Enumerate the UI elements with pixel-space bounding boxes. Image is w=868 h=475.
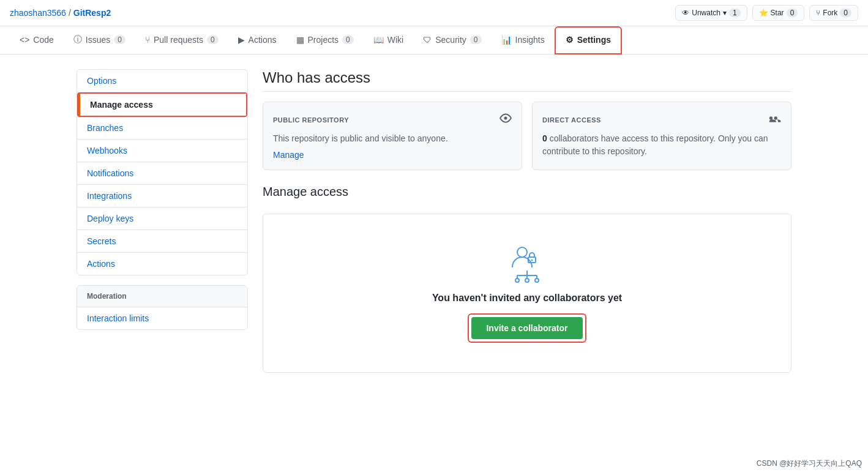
direct-access-card-header: DIRECT ACCESS xyxy=(542,112,781,127)
tab-wiki[interactable]: 📖 Wiki xyxy=(364,28,413,53)
tab-pull-requests[interactable]: ⑂ Pull requests 0 xyxy=(135,28,228,53)
sidebar-moderation-section: Moderation Interaction limits xyxy=(77,285,248,330)
public-repo-description: This repository is public and visible to… xyxy=(273,132,512,145)
manage-access-title: Manage access xyxy=(263,185,791,204)
manage-access-box: You haven't invited any collaborators ye… xyxy=(263,214,791,373)
svg-point-8 xyxy=(515,279,519,282)
svg-point-0 xyxy=(517,247,527,257)
collab-icon xyxy=(507,244,547,283)
sidebar-item-integrations[interactable]: Integrations xyxy=(77,185,247,208)
tab-projects[interactable]: ▦ Projects 0 xyxy=(286,28,364,53)
sidebar-item-interaction-limits[interactable]: Interaction limits xyxy=(77,307,247,329)
tab-issues[interactable]: ⓘ Issues 0 xyxy=(64,27,135,54)
sidebar-item-options[interactable]: Options xyxy=(77,70,247,92)
public-repo-card: PUBLIC REPOSITORY This repository is pub… xyxy=(263,102,522,170)
sidebar-item-notifications[interactable]: Notifications xyxy=(77,162,247,185)
star-icon: ⭐ xyxy=(759,9,768,17)
star-button[interactable]: ⭐ Star 0 xyxy=(752,5,805,21)
access-cards-row: PUBLIC REPOSITORY This repository is pub… xyxy=(263,102,791,170)
manage-access-section: Manage access xyxy=(263,185,791,373)
manage-link[interactable]: Manage xyxy=(273,150,512,160)
repo-breadcrumb: zhaoshan3566 / GitResp2 xyxy=(10,8,111,18)
wiki-icon: 📖 xyxy=(373,35,384,45)
actions-icon: ▶ xyxy=(238,35,245,45)
top-bar-actions: 👁 Unwatch ▾ 1 ⭐ Star 0 ⑂ Fork 0 xyxy=(675,5,858,21)
fork-icon: ⑂ xyxy=(816,9,820,17)
sidebar-main-section: Options Manage access Branches Webhooks … xyxy=(77,69,248,275)
settings-icon: ⚙ xyxy=(566,35,574,45)
who-has-access-title: Who has access xyxy=(263,69,791,92)
direct-access-description: 0 collaborators have access to this repo… xyxy=(542,132,781,158)
settings-tab-highlight: ⚙ Settings xyxy=(555,26,622,54)
public-repo-label: PUBLIC REPOSITORY xyxy=(273,116,349,124)
issues-icon: ⓘ xyxy=(73,34,82,45)
unwatch-button[interactable]: 👁 Unwatch ▾ 1 xyxy=(675,5,747,21)
svg-point-9 xyxy=(525,279,529,282)
security-icon: 🛡 xyxy=(423,35,432,45)
tab-insights[interactable]: 📊 Insights xyxy=(492,28,555,53)
sidebar-item-deploy-keys[interactable]: Deploy keys xyxy=(77,208,247,230)
invite-btn-wrapper: Invite a collaborator xyxy=(468,313,586,343)
eye-icon: 👁 xyxy=(682,9,689,17)
sidebar-item-manage-access[interactable]: Manage access xyxy=(78,94,246,116)
tab-settings[interactable]: ⚙ Settings xyxy=(556,28,621,53)
main-content: Who has access PUBLIC REPOSITORY This re… xyxy=(263,69,791,373)
repo-name-link[interactable]: GitResp2 xyxy=(73,8,111,18)
eye-icon xyxy=(499,112,512,127)
repo-owner-link[interactable]: zhaoshan3566 xyxy=(10,8,66,18)
sidebar-moderation-header: Moderation xyxy=(77,286,247,307)
tab-security[interactable]: 🛡 Security 0 xyxy=(413,28,491,53)
sidebar: Options Manage access Branches Webhooks … xyxy=(77,69,248,373)
people-icon xyxy=(768,112,781,127)
public-repo-card-header: PUBLIC REPOSITORY xyxy=(273,112,512,127)
sidebar-item-branches[interactable]: Branches xyxy=(77,117,247,140)
sidebar-item-secrets[interactable]: Secrets xyxy=(77,230,247,253)
manage-access-highlight: Manage access xyxy=(77,92,247,117)
tab-actions[interactable]: ▶ Actions xyxy=(228,28,286,53)
insights-icon: 📊 xyxy=(501,35,512,45)
dropdown-icon: ▾ xyxy=(723,9,727,17)
sidebar-item-webhooks[interactable]: Webhooks xyxy=(77,140,247,162)
sidebar-item-actions[interactable]: Actions xyxy=(77,253,247,275)
fork-button[interactable]: ⑂ Fork 0 xyxy=(809,5,858,21)
direct-access-card: DIRECT ACCESS 0 collaborators have acces… xyxy=(532,102,791,170)
tab-navigation: <> Code ⓘ Issues 0 ⑂ Pull requests 0 ▶ A… xyxy=(0,26,868,54)
no-collabs-text: You haven't invited any collaborators ye… xyxy=(278,293,776,304)
top-bar: zhaoshan3566 / GitResp2 👁 Unwatch ▾ 1 ⭐ … xyxy=(0,0,868,26)
invite-collaborator-button[interactable]: Invite a collaborator xyxy=(471,317,582,339)
tab-code[interactable]: <> Code xyxy=(10,28,64,53)
code-icon: <> xyxy=(20,35,29,45)
direct-access-label: DIRECT ACCESS xyxy=(542,116,601,124)
svg-point-10 xyxy=(535,279,539,282)
main-layout: Options Manage access Branches Webhooks … xyxy=(67,54,801,387)
projects-icon: ▦ xyxy=(296,35,304,45)
pr-icon: ⑂ xyxy=(145,35,150,45)
svg-point-2 xyxy=(531,260,533,261)
